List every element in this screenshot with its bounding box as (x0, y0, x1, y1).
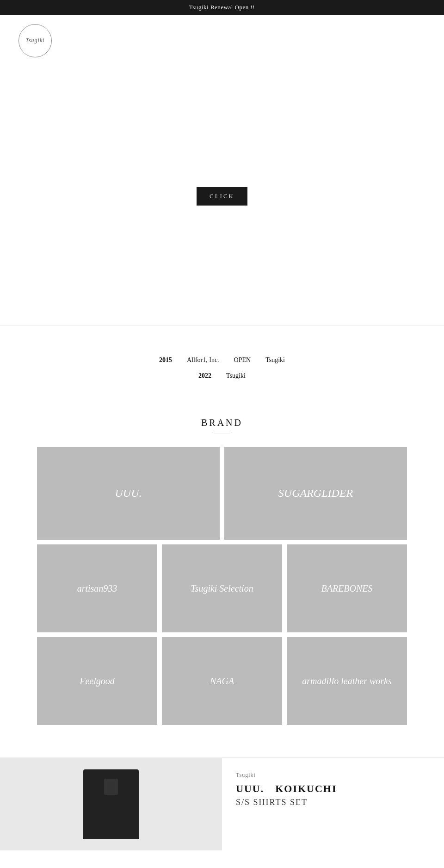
brand-card-artisan933[interactable]: artisan933 (37, 544, 157, 632)
product-preview-section: Tsugiki UUU. KOIKUCHI S/S SHIRTS SET (0, 757, 444, 850)
about-store-1: Tsugiki (265, 354, 285, 367)
about-action: OPEN (234, 354, 251, 367)
about-row-1: 2015 Allfor1, Inc. OPEN Tsugiki (37, 354, 407, 367)
about-section: 2015 Allfor1, Inc. OPEN Tsugiki 2022 Tsu… (0, 326, 444, 408)
header: Tsugiki (0, 15, 444, 67)
brand-card-label-barebones: BAREBONES (316, 577, 377, 599)
product-subtitle: S/S SHIRTS SET (236, 798, 430, 807)
brand-card-barebones[interactable]: BAREBONES (287, 544, 407, 632)
brand-card-label-armadillo: armadillo leather works (297, 670, 396, 692)
brand-card-armadillo[interactable]: armadillo leather works (287, 637, 407, 725)
product-image (0, 758, 222, 850)
announcement-bar: Tsugiki Renewal Open !! (0, 0, 444, 15)
about-company: Allfor1, Inc. (187, 354, 219, 367)
logo-text: Tsugiki (25, 37, 44, 44)
announcement-text: Tsugiki Renewal Open !! (189, 4, 255, 11)
brand-card-feelgood[interactable]: Feelgood (37, 637, 157, 725)
brand-heading: BRAND (37, 418, 407, 428)
product-brand-tag: Tsugiki (236, 772, 430, 779)
brand-card-uuu[interactable]: UUU. (37, 447, 220, 540)
brand-grid-bot: Feelgood NAGA armadillo leather works (37, 637, 407, 725)
brand-grid-mid: artisan933 Tsugiki Selection BAREBONES (37, 544, 407, 632)
brand-card-label-feelgood: Feelgood (75, 670, 119, 692)
product-image-inner (0, 758, 222, 850)
brand-card-label-sugarglider: SUGARGLIDER (274, 481, 358, 506)
about-year-1: 2015 (159, 354, 172, 367)
hero-section: CLICK (0, 67, 444, 326)
brand-heading-wrap: BRAND (37, 418, 407, 433)
about-store-2: Tsugiki (226, 369, 246, 382)
brand-card-label-uuu: UUU. (111, 481, 147, 506)
brand-card-label-tsugiki-selection: Tsugiki Selection (186, 577, 258, 599)
click-button[interactable]: CLICK (197, 187, 247, 206)
about-row-2: 2022 Tsugiki (37, 369, 407, 382)
product-title: UUU. KOIKUCHI (236, 782, 430, 796)
jacket-placeholder (83, 769, 139, 839)
brand-card-sugarglider[interactable]: SUGARGLIDER (224, 447, 407, 540)
brand-card-label-artisan933: artisan933 (73, 577, 122, 599)
about-year-2: 2022 (198, 369, 211, 382)
brand-card-tsugiki-selection[interactable]: Tsugiki Selection (162, 544, 282, 632)
logo[interactable]: Tsugiki (18, 24, 52, 57)
brand-heading-divider (214, 433, 230, 433)
brand-card-naga[interactable]: NAGA (162, 637, 282, 725)
brand-section: BRAND UUU. SUGARGLIDER artisan933 Tsugik… (0, 408, 444, 757)
product-info: Tsugiki UUU. KOIKUCHI S/S SHIRTS SET (222, 758, 444, 850)
brand-card-label-naga: NAGA (205, 670, 239, 692)
brand-grid-top: UUU. SUGARGLIDER (37, 447, 407, 540)
